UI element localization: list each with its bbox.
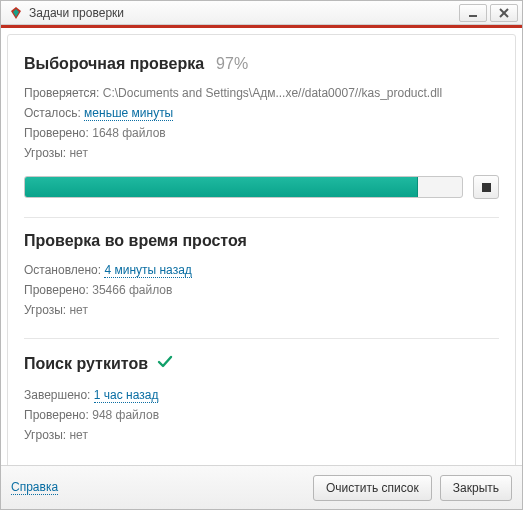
stop-icon	[482, 183, 491, 192]
custom-scan-percent: 97%	[216, 55, 248, 73]
checked-value-3: 948 файлов	[92, 408, 159, 422]
stop-scan-button[interactable]	[473, 175, 499, 199]
checked-row-1: Проверено: 1648 файлов	[24, 123, 499, 143]
scanning-value: C:\Documents and Settings\Адм...xe//data…	[103, 86, 442, 100]
threats-label-3: Угрозы:	[24, 428, 66, 442]
idle-scan-section: Проверка во время простоя Остановлено: 4…	[24, 226, 499, 334]
finished-row: Завершено: 1 час назад	[24, 385, 499, 405]
help-link[interactable]: Справка	[11, 480, 58, 495]
clear-list-button[interactable]: Очистить список	[313, 475, 432, 501]
rootkit-scan-title-text: Поиск руткитов	[24, 355, 148, 373]
remaining-row: Осталось: меньше минуты	[24, 103, 499, 123]
threats-row-2: Угрозы: нет	[24, 300, 499, 320]
progress-bar	[24, 176, 463, 198]
checked-row-2: Проверено: 35466 файлов	[24, 280, 499, 300]
finished-link[interactable]: 1 час назад	[94, 388, 159, 403]
checked-row-3: Проверено: 948 файлов	[24, 405, 499, 425]
content-area: Выборочная проверка 97% Проверяется: C:\…	[1, 28, 522, 465]
checked-label-1: Проверено:	[24, 126, 89, 140]
checked-label-3: Проверено:	[24, 408, 89, 422]
stopped-row: Остановлено: 4 минуты назад	[24, 260, 499, 280]
finished-label: Завершено:	[24, 388, 90, 402]
progress-row	[24, 175, 499, 199]
app-logo-icon	[9, 6, 23, 20]
tasks-card: Выборочная проверка 97% Проверяется: C:\…	[7, 34, 516, 465]
idle-scan-title: Проверка во время простоя	[24, 232, 499, 250]
threats-label-1: Угрозы:	[24, 146, 66, 160]
stopped-label: Остановлено:	[24, 263, 101, 277]
rootkit-scan-title: Поиск руткитов	[24, 353, 499, 375]
threats-value-2: нет	[69, 303, 87, 317]
checked-value-1: 1648 файлов	[92, 126, 165, 140]
rootkit-scan-section: Поиск руткитов Завершено: 1 час назад Пр…	[24, 347, 499, 459]
divider-1	[24, 217, 499, 218]
checkmark-icon	[156, 353, 174, 375]
svg-rect-2	[469, 15, 477, 17]
divider-2	[24, 338, 499, 339]
threats-value-3: нет	[69, 428, 87, 442]
stopped-link[interactable]: 4 минуты назад	[104, 263, 191, 278]
threats-label-2: Угрозы:	[24, 303, 66, 317]
footer: Справка Очистить список Закрыть	[1, 465, 522, 509]
threats-row-1: Угрозы: нет	[24, 143, 499, 163]
custom-scan-title: Выборочная проверка 97%	[24, 55, 499, 73]
close-button[interactable]	[490, 4, 518, 22]
titlebar: Задачи проверки	[1, 1, 522, 25]
custom-scan-title-text: Выборочная проверка	[24, 55, 204, 73]
checked-label-2: Проверено:	[24, 283, 89, 297]
custom-scan-section: Выборочная проверка 97% Проверяется: C:\…	[24, 49, 499, 213]
scanning-row: Проверяется: C:\Documents and Settings\А…	[24, 83, 499, 103]
scan-tasks-window: Задачи проверки Выборочная проверка 97% …	[0, 0, 523, 510]
minimize-button[interactable]	[459, 4, 487, 22]
threats-row-3: Угрозы: нет	[24, 425, 499, 445]
idle-scan-title-text: Проверка во время простоя	[24, 232, 247, 250]
close-footer-button[interactable]: Закрыть	[440, 475, 512, 501]
threats-value-1: нет	[69, 146, 87, 160]
remaining-label: Осталось:	[24, 106, 81, 120]
window-title: Задачи проверки	[29, 6, 456, 20]
checked-value-2: 35466 файлов	[92, 283, 172, 297]
scanning-label: Проверяется:	[24, 86, 99, 100]
remaining-link[interactable]: меньше минуты	[84, 106, 173, 121]
progress-fill	[25, 177, 418, 197]
